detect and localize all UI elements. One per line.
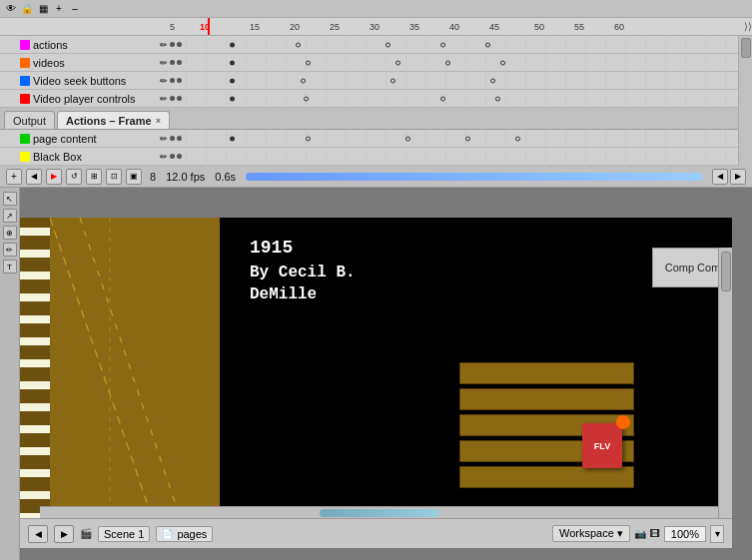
workspace-label: Workspace xyxy=(559,527,614,539)
add-keyframe-btn[interactable]: + xyxy=(6,169,22,185)
scene-icon: 🎬 xyxy=(80,528,92,539)
kf-ctrl-2 xyxy=(304,96,309,101)
delete-layer-icon[interactable]: – xyxy=(68,2,82,16)
zoom-stepper-btn[interactable]: ▾ xyxy=(710,525,724,543)
play-btn[interactable]: ▶ xyxy=(46,169,62,185)
pages-selector[interactable]: 📄 pages xyxy=(156,526,213,542)
insert-layer-icon[interactable]: ▦ xyxy=(36,2,50,16)
layer-track-pagecontent[interactable] xyxy=(186,130,738,148)
nav-fwd-btn[interactable]: ▶ xyxy=(54,525,74,543)
flv-label: FLV xyxy=(594,441,610,451)
layer-name-seek: Video seek buttons xyxy=(0,75,160,87)
stage-bottom-scrollbar[interactable] xyxy=(40,506,718,518)
tick-30: 30 xyxy=(370,22,379,32)
stage-right-scrollbar[interactable] xyxy=(718,248,732,518)
stage-nav-bar: ◀ ▶ 🎬 Scene 1 📄 pages Workspace ▾ 📷 🎞 10… xyxy=(20,518,732,548)
layer-row-blackbox[interactable]: Black Box ✏ xyxy=(0,148,738,166)
kf-seek-1 xyxy=(230,78,235,83)
pencil-icon[interactable]: ✏ xyxy=(160,40,168,50)
timeline-area: 5 10 15 20 25 30 35 40 45 50 55 60 ⟩⟩ ac… xyxy=(0,18,752,188)
flv-icon-flame xyxy=(616,415,630,429)
new-layer-icon[interactable]: + xyxy=(52,2,66,16)
pencil-icon-bb[interactable]: ✏ xyxy=(160,152,168,162)
tick-45: 45 xyxy=(489,22,499,32)
snap-btn[interactable]: ⊞ xyxy=(86,169,102,185)
film-icon[interactable]: 🎞 xyxy=(650,528,660,539)
playhead[interactable] xyxy=(208,18,210,35)
layer-track-actions[interactable] xyxy=(186,36,738,54)
stage-area: ↖ ↗ ⊕ ✏ T 1915 By Cecil B. DeMille xyxy=(0,188,752,560)
transform-tool-btn[interactable]: ⊕ xyxy=(3,226,17,240)
pencil-tool-btn[interactable]: ✏ xyxy=(3,243,17,257)
lock-icon[interactable]: 🔒 xyxy=(20,2,34,16)
left-toolbar: ↖ ↗ ⊕ ✏ T xyxy=(0,188,20,560)
step-back-btn[interactable]: ◀ xyxy=(26,169,42,185)
flv-icon[interactable]: FLV xyxy=(582,423,622,468)
layer-controls-actions: ✏ xyxy=(160,40,182,50)
layer-track-controls[interactable] xyxy=(186,90,738,108)
layer-track-videos[interactable] xyxy=(186,54,738,72)
layer-row-controls[interactable]: Video player controls ✏ xyxy=(0,90,738,108)
kf-seek-3 xyxy=(390,78,395,83)
workspace-selector-btn[interactable]: Workspace ▾ xyxy=(552,525,630,542)
pencil-icon-ctrl[interactable]: ✏ xyxy=(160,94,168,104)
tab-bar: Output Actions – Frame × xyxy=(0,108,738,130)
kf-videos-2 xyxy=(306,60,311,65)
loop-btn[interactable]: ↺ xyxy=(66,169,82,185)
layer-row-videos[interactable]: videos ✏ xyxy=(0,54,738,72)
camera-icon[interactable]: 📷 xyxy=(634,528,646,539)
layer-controls-videos: ✏ xyxy=(160,58,182,68)
timeline-right-scrollbar[interactable] xyxy=(738,36,752,166)
layer-row-pagecontent[interactable]: page content ✏ xyxy=(0,130,738,148)
zoom-label: 100% xyxy=(671,528,699,540)
kf-pc-1 xyxy=(230,136,235,141)
select-tool-btn[interactable]: ↖ xyxy=(3,192,17,206)
tab-actions-frame[interactable]: Actions – Frame × xyxy=(57,111,170,129)
layer-color-actions xyxy=(20,40,30,50)
kf-seek-4 xyxy=(490,78,495,83)
pencil-icon-seek[interactable]: ✏ xyxy=(160,76,168,86)
pencil-icon-videos[interactable]: ✏ xyxy=(160,58,168,68)
scroll-left-btn[interactable]: ◀ xyxy=(712,169,728,185)
svg-line-1 xyxy=(80,218,220,548)
layer-track-seek[interactable] xyxy=(186,72,738,90)
timeline-scroll-thumb[interactable] xyxy=(741,38,751,58)
onion-skin-btn[interactable]: ⊡ xyxy=(106,169,122,185)
kf-videos-4 xyxy=(445,60,450,65)
menu-btn-1[interactable] xyxy=(459,362,634,384)
comp-label: Comp Com xyxy=(665,262,721,274)
eye-icon[interactable]: 👁 xyxy=(4,2,18,16)
scroll-right-btn[interactable]: ▶ xyxy=(730,169,746,185)
right-scrollbar-thumb[interactable] xyxy=(721,252,731,291)
layer-row-seek[interactable]: Video seek buttons ✏ xyxy=(0,72,738,90)
scene-selector[interactable]: Scene 1 xyxy=(98,526,150,542)
dot-v2 xyxy=(177,60,182,65)
layer-track-blackbox[interactable] xyxy=(186,148,738,166)
menu-btn-2[interactable] xyxy=(459,388,634,410)
subselect-tool-btn[interactable]: ↗ xyxy=(3,209,17,223)
tick-50: 50 xyxy=(534,22,544,32)
layer-color-blackbox xyxy=(20,152,30,162)
kf-pc-3 xyxy=(405,136,410,141)
menu-btn-5[interactable] xyxy=(459,466,634,488)
kf-ctrl-3 xyxy=(440,96,445,101)
tab-output[interactable]: Output xyxy=(4,111,55,129)
tick-35: 35 xyxy=(409,22,419,32)
dot-pc2 xyxy=(177,136,182,141)
pencil-icon-pc[interactable]: ✏ xyxy=(160,134,168,144)
scrubber-track[interactable] xyxy=(246,173,702,181)
keyframe-actions-3 xyxy=(385,42,390,47)
bottom-scrollbar-thumb[interactable] xyxy=(320,509,439,517)
tick-15: 15 xyxy=(250,22,260,32)
tab-close-icon[interactable]: × xyxy=(156,116,161,126)
onion-outline-btn[interactable]: ▣ xyxy=(126,169,142,185)
dot-c1 xyxy=(170,96,175,101)
expand-timeline-icon[interactable]: ⟩⟩ xyxy=(744,21,752,32)
layer-color-videos xyxy=(20,58,30,68)
layer-row-actions[interactable]: actions ✏ xyxy=(0,36,738,54)
kf-pc-4 xyxy=(465,136,470,141)
text-tool-btn[interactable]: T xyxy=(3,260,17,274)
time-display: 0.6s xyxy=(215,171,236,183)
timeline-layers: actions ✏ videos xyxy=(0,36,752,166)
nav-back-btn[interactable]: ◀ xyxy=(28,525,48,543)
